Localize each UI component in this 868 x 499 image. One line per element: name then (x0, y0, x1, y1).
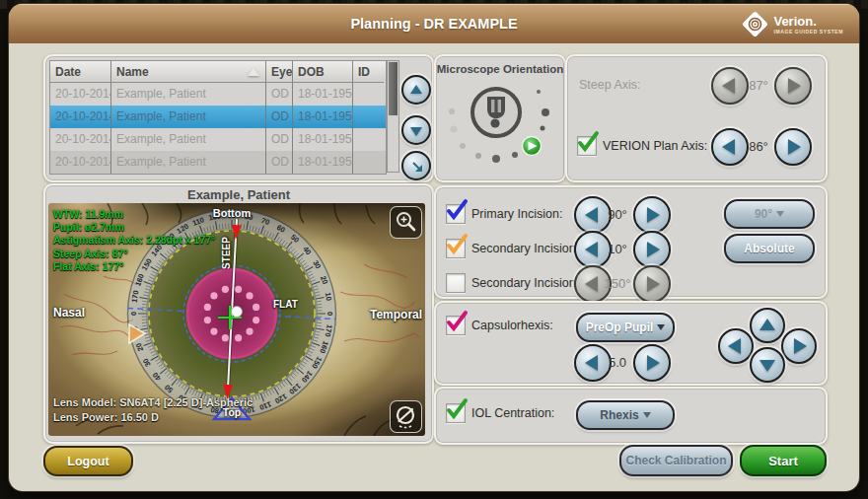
table-row[interactable]: 20-10-2014 Example, Patient OD 18-01-195… (50, 151, 386, 174)
screen: { "window": { "title": "Planning - DR EX… (0, 0, 868, 499)
left-arrow-icon (728, 338, 741, 354)
table-row[interactable]: 20-10-2014 Example, Patient OD 18-01-195… (50, 128, 386, 151)
right-arrow-icon (647, 276, 660, 292)
table-row[interactable]: 20-10-2014 Example, Patient OD 18-01-195… (50, 83, 386, 106)
title-bar: Planning - DR EXAMPLE Verion. IMAGE GUID… (9, 4, 859, 43)
secondary-incision1-label: Secondary Incision 1: (471, 242, 590, 255)
microscope-orientation-graphic (436, 56, 560, 177)
move-right-button[interactable] (781, 328, 817, 364)
table-scrollbar[interactable] (387, 60, 399, 173)
right-arrow-icon (647, 242, 660, 257)
patient-table-panel: Date Name Eye DOB ID 20-10-2014 Example,… (43, 54, 434, 182)
capsulorhexis-checkbox[interactable] (446, 316, 466, 335)
axis-panel: Steep Axis: 87° VERION Plan Axis: 86° (565, 54, 828, 182)
steep-axis-label: Steep Axis: (579, 78, 641, 92)
primary-incision-dropdown[interactable]: 90° (724, 199, 815, 229)
chevron-down-icon (776, 211, 784, 217)
secondary-incision2-increase-button[interactable] (633, 265, 671, 303)
left-arrow-icon (585, 355, 598, 371)
center-dot (232, 307, 243, 318)
plan-axis-value: 86° (745, 139, 772, 154)
app-window: Planning - DR EXAMPLE Verion. IMAGE GUID… (9, 4, 859, 491)
down-arrow-icon (760, 360, 775, 372)
left-arrow-icon (722, 139, 735, 155)
steep-axis-increase-button[interactable] (774, 67, 812, 105)
checkmark-icon (445, 233, 469, 256)
move-down-button[interactable] (750, 347, 785, 383)
column-header-eye[interactable]: Eye (266, 61, 293, 83)
verion-plan-axis-checkbox[interactable] (577, 136, 597, 156)
column-header-id[interactable]: ID (353, 61, 384, 83)
right-arrow-icon (794, 338, 807, 354)
plan-axis-increase-button[interactable] (774, 128, 812, 166)
plan-axis-decrease-button[interactable] (711, 128, 749, 166)
table-scrollbar-thumb[interactable] (389, 62, 398, 115)
table-scroll-up-button[interactable] (401, 75, 431, 105)
iol-centration-label: IOL Centration: (471, 406, 554, 420)
steep-axis-label-overlay: STEEP (221, 237, 232, 269)
primary-incision-label: Primary Incision: (471, 207, 562, 221)
left-arrow-icon (722, 78, 735, 94)
eye-image: 0102030405060708090100110120130140150160… (48, 203, 425, 436)
logout-button[interactable]: Logout (43, 446, 133, 476)
secondary-incision2-value: 150° (602, 276, 633, 291)
table-expand-button[interactable] (401, 151, 431, 180)
primary-incision-checkbox[interactable] (446, 204, 466, 224)
move-up-button[interactable] (750, 308, 785, 343)
right-arrow-icon (788, 139, 801, 155)
table-scroll-down-button[interactable] (401, 115, 431, 145)
secondary-incision2-label: Secondary Incision 2: (471, 276, 590, 290)
start-button[interactable]: Start (740, 445, 827, 476)
chevron-down-icon (657, 324, 665, 330)
left-arrow-icon (585, 207, 598, 223)
steep-axis-decrease-button[interactable] (711, 67, 749, 105)
svg-text:0: 0 (326, 312, 334, 316)
temporal-label: Temporal (370, 308, 422, 321)
eye-measurements-overlay: WTW: 11.9mm Pupil: ø2.7mm Astigmatism Ax… (53, 208, 215, 273)
secondary-incision1-value: 10° (604, 242, 631, 256)
check-calibration-button[interactable]: Check Calibration (619, 445, 733, 476)
secondary-incision1-checkbox[interactable] (446, 239, 466, 258)
brand-tagline: IMAGE GUIDED SYSTEM (773, 30, 843, 35)
sort-ascending-icon (248, 67, 259, 76)
primary-incision-increase-button[interactable] (633, 196, 671, 234)
secondary-incision1-increase-button[interactable] (633, 231, 671, 268)
capsulorhexis-panel: Capsulorhexis: PreOp Pupil 5.0 (434, 301, 828, 386)
checkmark-icon (445, 397, 469, 421)
expand-diagonal-icon (409, 159, 423, 173)
microscope-confirm-button[interactable] (523, 137, 542, 156)
top-label: Top (202, 406, 261, 418)
tracking-off-button[interactable] (390, 400, 422, 433)
move-left-button[interactable] (718, 328, 754, 364)
svg-text:0: 0 (129, 312, 138, 316)
secondary-incision2-checkbox[interactable] (446, 273, 466, 293)
brand-name: Verion. (773, 15, 843, 28)
verion-diamond-icon (742, 11, 768, 37)
column-header-dob[interactable]: DOB (293, 61, 353, 83)
column-header-date[interactable]: Date (50, 61, 111, 83)
table-row-selected[interactable]: 20-10-2014 Example, Patient OD 18-01-195… (50, 106, 386, 128)
column-header-name[interactable]: Name (111, 61, 266, 83)
left-arrow-icon (585, 242, 598, 257)
eye-view-panel: Example, Patient (43, 183, 434, 444)
eye-patient-name: Example, Patient (45, 187, 432, 202)
incision-panel: Primary Incision: 90° 90° Secondary Inci… (434, 185, 828, 299)
microscope-orientation-panel: Microscope Orientation (434, 54, 566, 182)
capsulorhexis-size-increase-button[interactable] (633, 344, 671, 382)
verion-logo: Verion. IMAGE GUIDED SYSTEM (742, 11, 843, 37)
nasal-label: Nasal (53, 306, 85, 320)
iol-centration-panel: IOL Centration: Rhexis (434, 387, 828, 445)
capsulorhexis-mode-dropdown[interactable]: PreOp Pupil (576, 313, 675, 342)
up-arrow-icon (410, 85, 422, 94)
zoom-in-button[interactable] (390, 206, 422, 239)
up-arrow-icon (760, 319, 775, 330)
absolute-button[interactable]: Absolute (724, 234, 815, 263)
flat-axis-label: FLAT (273, 299, 298, 310)
checkmark-icon (576, 130, 600, 154)
svg-text:10: 10 (324, 292, 333, 302)
steep-axis-value: 87° (745, 78, 772, 93)
verion-plan-axis-label: VERION Plan Axis: (603, 139, 707, 153)
iol-centration-dropdown[interactable]: Rhexis (576, 400, 675, 430)
iol-centration-checkbox[interactable] (446, 403, 466, 423)
down-arrow-icon (410, 127, 422, 136)
